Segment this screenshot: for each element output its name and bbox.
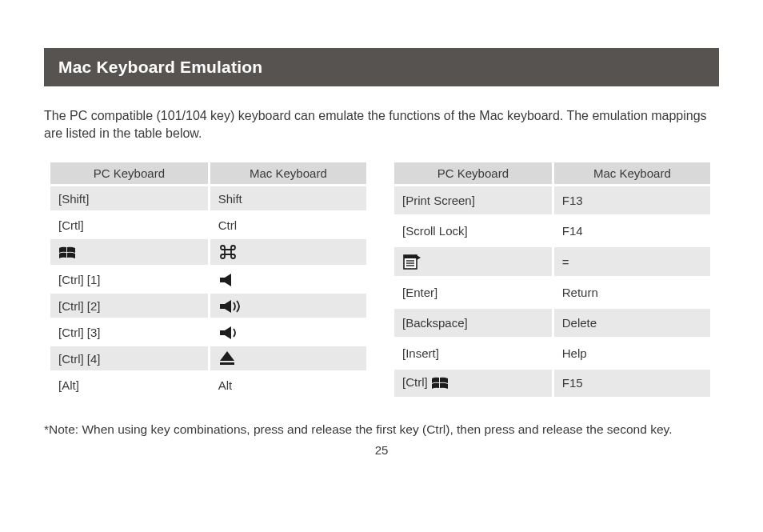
mac-key-cell: F15 xyxy=(553,368,711,398)
intro-text: The PC compatible (101/104 key) keyboard… xyxy=(44,107,719,142)
voldown-icon xyxy=(218,326,242,340)
pc-key-text: [Ctrl] [1] xyxy=(58,273,101,286)
pc-key-cell: [Insert] xyxy=(394,338,553,368)
table-row: [Insert]Help xyxy=(394,338,712,368)
mac-key-cell: Shift xyxy=(209,186,367,212)
mac-key-cell: Alt xyxy=(209,372,367,398)
mac-key-cell: Help xyxy=(553,338,711,368)
svg-rect-2 xyxy=(404,255,417,258)
mac-key-cell: F13 xyxy=(553,186,711,216)
pc-key-cell: [Crtl] xyxy=(50,212,209,238)
mac-key-cell: Ctrl xyxy=(209,212,367,238)
mac-key-cell: = xyxy=(553,246,711,278)
mac-key-cell: Return xyxy=(553,278,711,308)
mute-icon xyxy=(218,273,241,287)
pc-key-text: [Backspace] xyxy=(402,316,468,330)
mac-key-cell xyxy=(209,346,367,372)
mac-key-cell xyxy=(209,238,367,266)
table-row: [Ctrl] [3] xyxy=(50,319,368,346)
mac-key-text: F14 xyxy=(562,224,583,238)
pc-key-text: [Shift] xyxy=(58,192,89,206)
pc-key-cell: [Ctrl] [3] xyxy=(50,319,209,346)
pc-key-cell: [Shift] xyxy=(50,186,209,212)
command-icon xyxy=(218,243,238,261)
mac-key-text: Return xyxy=(562,286,598,299)
pc-key-text: [Ctrl] [3] xyxy=(58,326,101,339)
mac-key-text: Delete xyxy=(562,316,597,330)
table-row: [Scroll Lock]F14 xyxy=(394,215,712,246)
col-header-pc: PC Keyboard xyxy=(50,162,209,186)
pc-key-text: [Enter] xyxy=(402,286,437,299)
windows-icon xyxy=(58,246,76,260)
mapping-table-right: PC Keyboard Mac Keyboard [Print Screen]F… xyxy=(394,162,713,399)
table-row: [Backspace]Delete xyxy=(394,308,712,338)
pc-key-text: [Insert] xyxy=(402,346,439,360)
pc-key-cell: [Print Screen] xyxy=(394,186,553,216)
table-row xyxy=(50,238,368,266)
pc-key-text: [Scroll Lock] xyxy=(402,224,468,238)
pc-key-cell: [Ctrl] [2] xyxy=(50,293,209,319)
pc-key-text: [Crtl] xyxy=(58,218,84,232)
page-number: 25 xyxy=(44,443,719,457)
pc-key-text: [Ctrl] [4] xyxy=(58,352,101,366)
windows-icon xyxy=(431,376,449,390)
col-header-mac: Mac Keyboard xyxy=(553,162,711,186)
eject-icon xyxy=(218,350,236,366)
mac-key-text: Shift xyxy=(218,192,242,206)
pc-key-text: [Ctrl] [2] xyxy=(58,299,101,313)
footnote: *Note: When using key combinations, pres… xyxy=(44,422,719,438)
pc-key-cell: [Ctrl] [1] xyxy=(50,266,209,293)
pc-key-cell xyxy=(394,246,553,278)
pc-key-text: [Ctrl] xyxy=(402,375,431,389)
table-row: [Ctrl] [1] xyxy=(50,266,368,293)
table-row: [Shift]Shift xyxy=(50,186,368,212)
mac-key-text: F13 xyxy=(562,194,583,207)
mac-key-cell xyxy=(209,293,367,319)
mac-key-text: Ctrl xyxy=(218,218,237,232)
pc-key-text: [Alt] xyxy=(58,378,79,392)
table-row: [Ctrl] [2] xyxy=(50,293,368,319)
section-title: Mac Keyboard Emulation xyxy=(44,48,719,86)
pc-key-cell: [Ctrl] xyxy=(394,368,553,398)
mac-key-cell xyxy=(209,319,367,346)
appmenu-icon xyxy=(402,253,421,270)
table-row: [Print Screen]F13 xyxy=(394,186,712,216)
pc-key-cell: [Ctrl] [4] xyxy=(50,346,209,372)
table-row: = xyxy=(394,246,712,278)
table-row: [Alt]Alt xyxy=(50,372,368,398)
table-row: [Crtl]Ctrl xyxy=(50,212,368,238)
pc-key-cell: [Scroll Lock] xyxy=(394,215,553,246)
mapping-table-left: PC Keyboard Mac Keyboard [Shift]Shift[Cr… xyxy=(50,162,369,399)
mac-key-text: Alt xyxy=(218,378,233,392)
pc-key-cell: [Enter] xyxy=(394,278,553,308)
mac-key-cell xyxy=(209,266,367,293)
table-row: [Ctrl] [4] xyxy=(50,346,368,372)
pc-key-cell xyxy=(50,238,209,266)
col-header-pc: PC Keyboard xyxy=(394,162,553,186)
mac-key-cell: Delete xyxy=(553,308,711,338)
volup-icon xyxy=(218,299,244,314)
mapping-tables: PC Keyboard Mac Keyboard [Shift]Shift[Cr… xyxy=(44,162,719,399)
pc-key-cell: [Alt] xyxy=(50,372,209,398)
svg-rect-0 xyxy=(220,362,234,365)
mac-key-text: Help xyxy=(562,346,587,360)
table-row: [Enter]Return xyxy=(394,278,712,308)
pc-key-cell: [Backspace] xyxy=(394,308,553,338)
mac-key-text: = xyxy=(562,255,569,269)
col-header-mac: Mac Keyboard xyxy=(209,162,367,186)
mac-key-text: F15 xyxy=(562,376,583,390)
table-row: [Ctrl] F15 xyxy=(394,368,712,398)
pc-key-text: [Print Screen] xyxy=(402,194,475,207)
mac-key-cell: F14 xyxy=(553,215,711,246)
